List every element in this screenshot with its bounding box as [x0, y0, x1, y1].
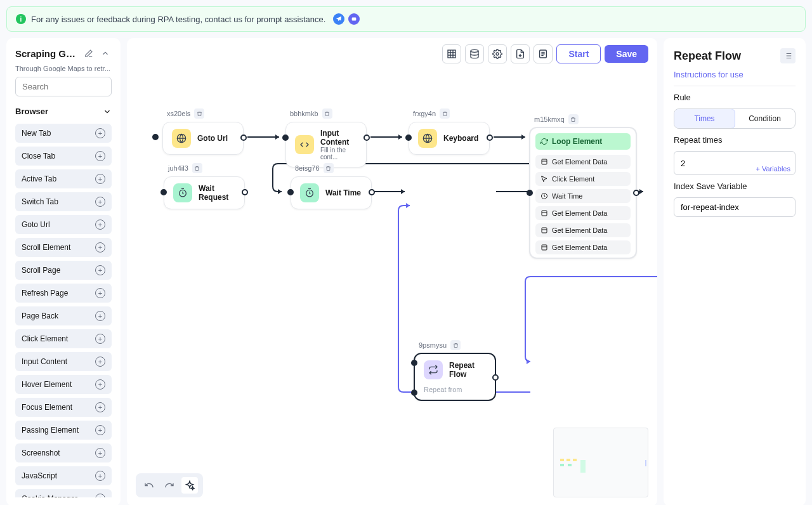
- properties-panel: Repeat Flow Instructions for use Rule Ti…: [664, 38, 806, 505]
- loop-step[interactable]: Wait Time: [535, 189, 631, 203]
- grid-icon[interactable]: [442, 44, 461, 63]
- banner-text: For any issues or feedback during RPA te…: [31, 15, 325, 24]
- svg-point-3: [496, 53, 499, 55]
- svg-rect-11: [542, 211, 547, 216]
- rule-tabs: Times Condition: [674, 108, 796, 129]
- repeat-times-label: Repeat times: [674, 135, 796, 145]
- undo-icon[interactable]: [141, 477, 157, 494]
- edit-icon[interactable]: [82, 47, 95, 60]
- svg-rect-9: [542, 159, 547, 164]
- canvas-bottom-tools: [136, 473, 203, 497]
- node-repeat-flow[interactable]: 9psmysu Repeat Flow Repeat from: [414, 353, 496, 401]
- list-icon[interactable]: [780, 48, 796, 63]
- discord-icon[interactable]: [348, 13, 360, 25]
- action-list: New Tab+Close Tab+Active Tab+Switch Tab+…: [15, 124, 112, 497]
- collapse-icon[interactable]: [99, 47, 112, 60]
- minimap[interactable]: [553, 428, 648, 497]
- feedback-banner: i For any issues or feedback during RPA …: [6, 6, 806, 32]
- svg-rect-1: [448, 50, 455, 58]
- settings-icon[interactable]: [488, 44, 507, 63]
- action-item[interactable]: Page Back+: [15, 306, 112, 325]
- database-icon[interactable]: [465, 44, 484, 63]
- flow-canvas[interactable]: Start Save xs20els: [127, 38, 657, 505]
- svg-rect-0: [352, 18, 357, 21]
- action-item[interactable]: JavaScript+: [15, 466, 112, 485]
- svg-rect-13: [542, 245, 547, 250]
- delete-icon[interactable]: [440, 108, 450, 119]
- telegram-icon[interactable]: [333, 13, 344, 25]
- start-port: [152, 134, 159, 140]
- delete-icon[interactable]: [568, 114, 579, 124]
- action-item[interactable]: Passing Element+: [15, 421, 112, 440]
- node-loop-element[interactable]: m15kmxq Loop Element Get Element DataCli…: [529, 127, 637, 259]
- loop-step[interactable]: Get Element Data: [535, 240, 631, 254]
- panel-title: Repeat Flow: [674, 49, 741, 63]
- svg-point-2: [471, 49, 478, 52]
- redo-icon[interactable]: [161, 477, 178, 494]
- action-item[interactable]: New Tab+: [15, 124, 112, 143]
- action-item[interactable]: Screenshot+: [15, 443, 112, 462]
- action-item[interactable]: Scroll Page+: [15, 261, 112, 280]
- info-icon: i: [16, 14, 26, 24]
- delete-icon[interactable]: [192, 163, 202, 173]
- tab-times[interactable]: Times: [674, 108, 735, 129]
- action-item[interactable]: Input Content+: [15, 352, 112, 371]
- tab-condition[interactable]: Condition: [735, 109, 795, 128]
- delete-icon[interactable]: [194, 108, 204, 119]
- node-wait-time[interactable]: 8eisg76 Wait Time: [291, 176, 372, 209]
- action-item[interactable]: Goto Url+: [15, 215, 112, 234]
- loop-step[interactable]: Get Element Data: [535, 206, 631, 220]
- loop-step[interactable]: Get Element Data: [535, 223, 631, 237]
- node-keyboard[interactable]: frxgy4n Keyboard: [409, 122, 490, 155]
- canvas-toolbar: Start Save: [442, 44, 648, 63]
- svg-rect-12: [542, 228, 547, 233]
- loop-step[interactable]: Click Element: [535, 172, 631, 186]
- delete-icon[interactable]: [324, 163, 334, 173]
- instructions-link[interactable]: Instructions for use: [674, 70, 796, 79]
- action-item[interactable]: Switch Tab+: [15, 192, 112, 211]
- action-item[interactable]: Cookie Manager+: [15, 489, 112, 497]
- loop-step[interactable]: Get Element Data: [535, 155, 631, 169]
- rule-label: Rule: [674, 93, 796, 102]
- node-goto-url[interactable]: xs20els Goto Url: [162, 122, 244, 155]
- add-variables-link[interactable]: + Variables: [756, 165, 790, 173]
- node-wait-request[interactable]: juh4il3 Wait Request: [164, 176, 245, 209]
- save-button[interactable]: Save: [605, 45, 648, 63]
- action-item[interactable]: Refresh Page+: [15, 284, 112, 303]
- delete-icon[interactable]: [322, 108, 332, 119]
- notes-icon[interactable]: [534, 44, 553, 63]
- category-browser[interactable]: Browser: [15, 107, 112, 116]
- workflow-title: Scraping Google...: [15, 48, 79, 59]
- action-item[interactable]: Hover Element+: [15, 375, 112, 394]
- action-item[interactable]: Click Element+: [15, 329, 112, 348]
- workflow-subtitle: Through Google Maps to retr...: [15, 65, 112, 72]
- index-variable-input[interactable]: [674, 197, 796, 217]
- search-input[interactable]: [15, 77, 112, 96]
- action-item[interactable]: Scroll Element+: [15, 238, 112, 257]
- export-icon[interactable]: [511, 44, 530, 63]
- action-item[interactable]: Focus Element+: [15, 398, 112, 417]
- node-input-content[interactable]: bbhkmkb Input Content Fill in the cont..…: [285, 122, 367, 167]
- action-item[interactable]: Active Tab+: [15, 169, 112, 188]
- delete-icon[interactable]: [450, 340, 461, 350]
- sparkle-icon[interactable]: [181, 477, 198, 494]
- action-item[interactable]: Close Tab+: [15, 147, 112, 166]
- start-button[interactable]: Start: [556, 44, 601, 63]
- index-save-label: Index Save Variable: [674, 181, 796, 191]
- left-sidebar: Scraping Google... Through Google Maps t…: [6, 38, 121, 505]
